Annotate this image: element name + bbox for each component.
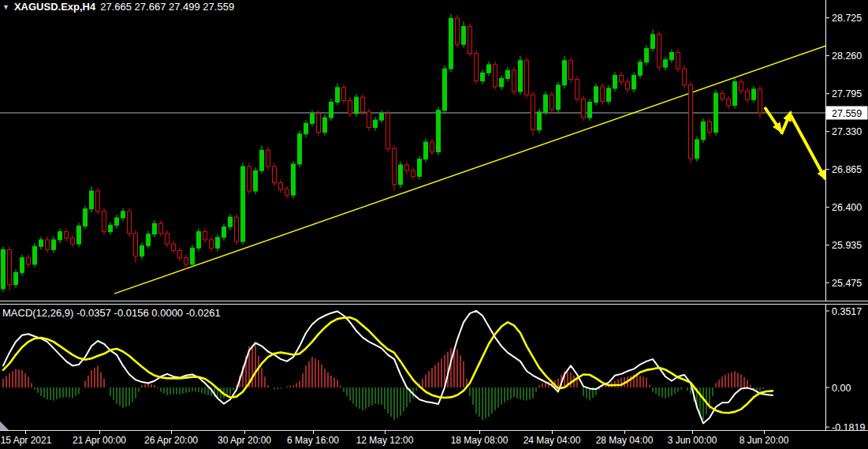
bear-candle xyxy=(203,229,207,244)
bull-candle xyxy=(449,14,453,72)
bear-candle xyxy=(96,188,100,215)
bear-candle xyxy=(475,50,479,84)
macd-indicator-label: MACD(12,26,9) -0.0357 -0.0156 0.0000 -0.… xyxy=(2,307,221,319)
bull-candle xyxy=(229,214,233,230)
bull-candle xyxy=(594,84,598,106)
macd-pane[interactable]: 0.35170.00-0.1819 xyxy=(0,305,868,430)
bull-candle xyxy=(254,167,258,194)
symbol-period-label: XAGUSD.Exp,H4 xyxy=(14,1,95,13)
bull-candle xyxy=(714,90,718,136)
price-axis-label: 28.260 xyxy=(832,51,862,62)
bear-candle xyxy=(172,241,176,254)
price-pane[interactable]: 28.72528.26027.79527.33026.86526.40025.9… xyxy=(0,0,868,301)
bear-candle xyxy=(721,90,725,102)
bear-candle xyxy=(683,65,687,88)
forecast-arrow[interactable] xyxy=(765,107,781,132)
time-axis-label: 21 Apr 00:00 xyxy=(73,435,126,446)
bull-candle xyxy=(260,145,264,174)
bear-candle xyxy=(46,237,50,253)
time-axis-tick xyxy=(99,431,100,434)
bull-candle xyxy=(632,72,636,92)
bull-candle xyxy=(487,62,491,77)
bull-candle xyxy=(2,246,6,292)
bull-candle xyxy=(613,72,617,92)
ohlc-quote-label: 27.665 27.667 27.499 27.559 xyxy=(100,1,234,13)
bull-candle xyxy=(519,56,523,95)
bear-candle xyxy=(128,208,132,237)
price-axis-label: 28.725 xyxy=(832,13,862,24)
bull-candle xyxy=(20,255,24,276)
forecast-arrow[interactable] xyxy=(781,112,791,134)
time-axis-label: 15 Apr 2021 xyxy=(1,435,52,446)
chart-title-bar: ▼ XAGUSD.Exp,H4 27.665 27.667 27.499 27.… xyxy=(2,1,234,13)
bear-candle xyxy=(279,180,283,193)
bull-candle xyxy=(588,99,592,121)
bull-candle xyxy=(500,75,504,90)
bear-candle xyxy=(739,79,743,95)
bull-candle xyxy=(380,110,384,124)
bear-candle xyxy=(184,255,188,270)
time-axis-tick xyxy=(171,431,172,434)
bear-candle xyxy=(178,247,182,261)
bear-candle xyxy=(525,58,529,99)
bull-candle xyxy=(544,92,548,115)
bear-candle xyxy=(134,230,138,263)
time-axis-tick xyxy=(244,431,245,434)
bear-candle xyxy=(620,72,624,85)
bear-candle xyxy=(27,255,31,268)
time-axis[interactable]: 15 Apr 202121 Apr 00:0026 Apr 20:0030 Ap… xyxy=(0,430,868,449)
bear-candle xyxy=(412,167,415,179)
bull-candle xyxy=(90,186,94,212)
bull-candle xyxy=(443,65,447,114)
bull-candle xyxy=(481,69,485,84)
bear-candle xyxy=(210,237,214,252)
bull-candle xyxy=(216,234,220,252)
bull-candle xyxy=(292,161,296,198)
bear-candle xyxy=(676,49,680,72)
bull-candle xyxy=(645,45,649,65)
bull-candle xyxy=(374,117,378,131)
bull-candle xyxy=(140,242,144,260)
forecast-arrow[interactable] xyxy=(791,115,825,179)
price-axis-label: 26.400 xyxy=(832,202,862,213)
bull-candle xyxy=(14,269,18,288)
bull-candle xyxy=(33,243,37,268)
bull-candle xyxy=(115,215,119,229)
time-axis-tick xyxy=(692,431,693,434)
bear-candle xyxy=(266,147,270,170)
bear-candle xyxy=(159,220,163,237)
bull-candle xyxy=(557,82,561,113)
bull-candle xyxy=(109,222,113,235)
time-axis-label: 26 Apr 20:00 xyxy=(144,435,198,446)
resize-handle[interactable] xyxy=(0,421,9,430)
bear-candle xyxy=(405,162,409,174)
bull-candle xyxy=(418,156,422,180)
bear-candle xyxy=(393,145,397,191)
bull-candle xyxy=(304,120,308,137)
bull-candle xyxy=(607,85,611,105)
bear-candle xyxy=(746,88,750,103)
bear-candle xyxy=(494,62,497,90)
bull-candle xyxy=(330,99,333,121)
trendline[interactable] xyxy=(114,46,825,294)
bear-candle xyxy=(102,208,106,235)
time-axis-tick xyxy=(552,431,553,434)
bull-candle xyxy=(664,57,668,71)
bear-candle xyxy=(550,92,554,113)
chart-window: ▼ XAGUSD.Exp,H4 27.665 27.667 27.499 27.… xyxy=(0,0,868,449)
time-axis-tick xyxy=(385,431,386,434)
bull-candle xyxy=(437,107,441,155)
bull-candle xyxy=(695,137,699,162)
candles-layer xyxy=(2,14,762,292)
bear-candle xyxy=(65,229,69,242)
chevron-down-icon[interactable]: ▼ xyxy=(2,3,9,11)
forecast-arrows[interactable] xyxy=(765,107,825,179)
bull-candle xyxy=(702,118,706,143)
macd-plot-layer xyxy=(2,311,773,424)
macd-axis-label: -0.1819 xyxy=(832,422,865,430)
bull-candle xyxy=(191,245,195,268)
price-axis-label: 26.865 xyxy=(832,164,862,175)
time-axis-label: 12 May 12:00 xyxy=(356,435,414,446)
time-axis-label: 28 May 04:00 xyxy=(596,435,654,446)
bear-candle xyxy=(430,139,434,155)
